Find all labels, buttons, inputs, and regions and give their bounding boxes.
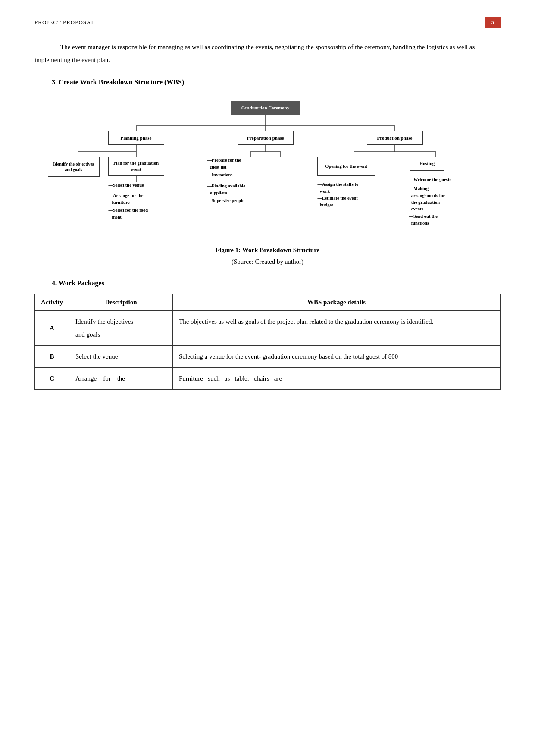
table-cell-wbs-c: Furniture such as table, chairs are (173, 368, 501, 390)
wbs-finding-suppliers: —Finding available suppliers (207, 183, 245, 197)
table-row: A Identify the objectivesand goals The o… (35, 311, 501, 346)
wbs-diagram-container: Graduartion Ceremony Planning phase Prep… (34, 97, 501, 239)
wbs-estimate-budget: —Estimate the event budget (318, 195, 358, 209)
work-packages-table: Activity Description WBS package details… (34, 294, 501, 390)
table-cell-desc-c: Arrange for the (69, 368, 173, 390)
wbs-assign-staffs: —Assign the staffs to work (318, 181, 359, 195)
figure-caption: Figure 1: Work Breakdown Structure (34, 247, 501, 254)
table-cell-desc-a: Identify the objectivesand goals (69, 311, 173, 346)
wbs-invitations: —Invitations (207, 172, 233, 178)
wbs-preparation-phase: Preparation phase (238, 131, 294, 145)
figure-source: (Source: Created by author) (34, 258, 501, 266)
document-title: PROJECT PROPOSAL (34, 19, 95, 26)
table-cell-desc-b: Select the venue (69, 346, 173, 368)
wbs-identify-objectives: Identify the objectivesand goals (48, 157, 100, 177)
wbs-leaf-select-venue: —Select the venue (109, 182, 144, 189)
table-cell-activity-a: A (35, 311, 69, 346)
table-row: B Select the venue Selecting a venue for… (35, 346, 501, 368)
table-cell-wbs-b: Selecting a venue for the event- graduat… (173, 346, 501, 368)
page-number: 5 (485, 17, 501, 28)
wbs-hosting: Hosting (410, 157, 444, 171)
wbs-prepare-guest: —Prepare for the guest list (207, 157, 241, 171)
page-header: PROJECT PROPOSAL 5 (34, 17, 501, 28)
section3-heading: 3. Create Work Breakdown Structure (WBS) (52, 78, 501, 86)
table-cell-wbs-a: The objectives as well as goals of the p… (173, 311, 501, 346)
table-header-activity: Activity (35, 294, 69, 311)
table-row: C Arrange for the Furniture such as tabl… (35, 368, 501, 390)
wbs-diagram: Graduartion Ceremony Planning phase Prep… (39, 97, 496, 239)
wbs-opening-event: Opening for the event (317, 157, 375, 176)
wbs-planning-phase: Planning phase (108, 131, 164, 145)
section4-heading: 4. Work Packages (52, 279, 501, 287)
wbs-root-node: Graduartion Ceremony (231, 101, 300, 115)
wbs-plan-graduation: Plan for the graduationevent (108, 157, 164, 176)
table-cell-activity-b: B (35, 346, 69, 368)
wbs-production-phase: Production phase (367, 131, 423, 145)
wbs-leaf-arrange-furniture: —Arrange for the furniture (109, 192, 144, 206)
table-header-description: Description (69, 294, 173, 311)
wbs-send-functions: —Send out the functions (409, 213, 438, 227)
wbs-leaf-food-menu: —Select for the food menu (109, 207, 148, 221)
wbs-welcome-guests: —Welcome the guests (409, 176, 451, 183)
wbs-making-arrangements: —Making arrangements for the graduation … (409, 185, 445, 212)
intro-paragraph: The event manager is responsible for man… (34, 41, 501, 66)
wbs-supervise-people: —Supervise people (207, 197, 244, 204)
table-cell-activity-c: C (35, 368, 69, 390)
table-header-wbs: WBS package details (173, 294, 501, 311)
